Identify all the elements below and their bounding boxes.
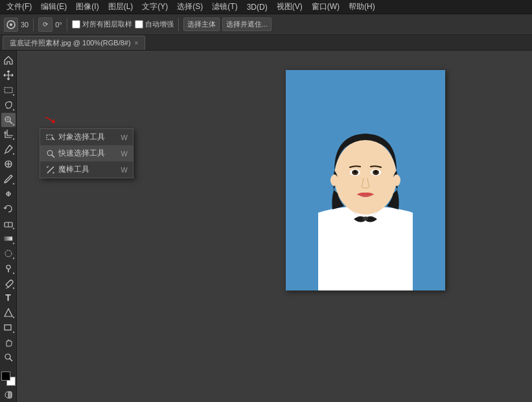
svg-rect-19 xyxy=(5,325,11,330)
shape-tool[interactable]: ▸ xyxy=(1,320,16,335)
blur-tool[interactable]: ▸ xyxy=(1,246,16,261)
photo-image xyxy=(286,70,445,290)
svg-point-15 xyxy=(5,250,12,257)
all-layers-checkbox[interactable] xyxy=(72,20,80,29)
quick-select-ctx-key: W xyxy=(121,150,128,158)
svg-line-21 xyxy=(10,359,12,361)
all-layers-label: 对所有图层取样 xyxy=(82,19,132,29)
tab-bar: 蓝底证件照素材.jpg @ 100%(RGB/8#) × xyxy=(0,35,532,51)
sep-1 xyxy=(33,18,34,31)
eraser-tool[interactable]: ▸ xyxy=(1,217,16,231)
person-svg xyxy=(286,70,445,290)
quick-select-ctx-label: 快速选择工具 xyxy=(58,148,119,159)
menu-view[interactable]: 视图(V) xyxy=(273,0,306,14)
brush-tool[interactable]: ▸ xyxy=(1,172,16,186)
object-select-icon xyxy=(45,132,56,143)
hand-tool[interactable] xyxy=(1,335,16,349)
quick-mask-tool[interactable] xyxy=(1,388,16,402)
menu-bar: 文件(F) 编辑(E) 图像(I) 图层(L) 文字(Y) 选择(S) 滤镜(T… xyxy=(0,0,532,14)
svg-line-7 xyxy=(5,152,6,154)
svg-rect-2 xyxy=(5,88,12,93)
svg-rect-14 xyxy=(5,237,12,241)
pen-tool[interactable]: ▸ xyxy=(1,276,16,290)
svg-point-39 xyxy=(354,171,356,173)
color-swatches[interactable] xyxy=(1,372,16,386)
svg-point-34 xyxy=(363,217,368,220)
object-select-label: 对象选择工具 xyxy=(58,132,119,143)
main-area: ▸ ▸ ▸ ▸ xyxy=(0,51,532,402)
svg-point-1 xyxy=(10,23,12,26)
angle-icon: ⟳ xyxy=(38,18,52,32)
svg-point-44 xyxy=(393,174,400,186)
object-select-key: W xyxy=(121,134,128,141)
menu-help[interactable]: 帮助(H) xyxy=(345,0,379,14)
options-toolbar: 30 ⟳ 0° 对所有图层取样 自动增强 选择主体 选择并遮住... xyxy=(0,14,532,35)
magic-wand-icon xyxy=(45,165,56,175)
angle-value: 0° xyxy=(55,21,62,29)
lasso-tool[interactable]: ▸ xyxy=(1,98,16,112)
type-tool[interactable]: T xyxy=(1,291,16,305)
svg-rect-23 xyxy=(8,392,12,398)
tab-label: 蓝底证件照素材.jpg @ 100%(RGB/8#) xyxy=(10,38,131,48)
svg-point-26 xyxy=(47,150,52,156)
gradient-tool[interactable]: ▸ xyxy=(1,231,16,246)
tab-close-icon[interactable]: × xyxy=(135,40,139,47)
svg-point-43 xyxy=(330,174,338,186)
enhance-group[interactable]: 自动增强 xyxy=(135,19,174,29)
menu-text[interactable]: 文字(Y) xyxy=(138,0,172,14)
svg-rect-24 xyxy=(47,135,52,139)
magic-wand-key: W xyxy=(121,166,128,174)
brush-size-icon xyxy=(4,18,18,32)
enhance-checkbox[interactable] xyxy=(135,20,143,29)
menu-3d[interactable]: 3D(D) xyxy=(243,1,272,13)
menu-select[interactable]: 选择(S) xyxy=(173,0,207,14)
menu-window[interactable]: 窗口(W) xyxy=(308,0,343,14)
history-brush-tool[interactable] xyxy=(1,202,16,216)
svg-line-18 xyxy=(6,287,8,289)
zoom-tool[interactable] xyxy=(1,350,16,364)
move-tool[interactable] xyxy=(1,68,16,82)
all-layers-group[interactable]: 对所有图层取样 xyxy=(72,19,132,29)
enhance-label: 自动增强 xyxy=(145,19,174,29)
marquee-tool[interactable]: ▸ xyxy=(1,83,16,97)
context-menu-item-magic-wand[interactable]: 魔棒工具 W xyxy=(40,161,133,178)
foreground-color-swatch[interactable] xyxy=(1,372,10,381)
svg-line-27 xyxy=(52,155,54,158)
context-menu-item-quick-select[interactable]: 快速选择工具 W xyxy=(40,145,133,161)
color-swatch-area xyxy=(1,369,16,386)
dodge-tool[interactable]: ▸ xyxy=(1,261,16,276)
magic-wand-label: 魔棒工具 xyxy=(58,164,119,175)
tab-photo[interactable]: 蓝底证件照素材.jpg @ 100%(RGB/8#) × xyxy=(3,36,145,50)
svg-point-16 xyxy=(6,265,10,269)
quick-select-ctx-icon xyxy=(45,148,56,159)
svg-point-42 xyxy=(375,171,377,173)
menu-edit[interactable]: 编辑(E) xyxy=(37,0,71,14)
eyedropper-tool[interactable]: ▸ xyxy=(1,142,16,156)
canvas-area: → → 对象选择工具 W xyxy=(17,51,532,402)
select-subject-button[interactable]: 选择主体 xyxy=(183,18,220,31)
tool-flyout-menu: 对象选择工具 W 快速选择工具 W xyxy=(40,128,133,178)
menu-image[interactable]: 图像(I) xyxy=(72,0,102,14)
clone-stamp-tool[interactable] xyxy=(1,187,16,201)
context-menu-item-object-select[interactable]: 对象选择工具 W xyxy=(40,129,133,145)
home-tool[interactable] xyxy=(1,53,16,67)
brush-size-value: 30 xyxy=(21,21,29,29)
path-select-tool[interactable]: ▸ xyxy=(1,305,16,320)
svg-point-20 xyxy=(5,354,10,359)
svg-line-4 xyxy=(10,121,12,124)
left-toolbar: ▸ ▸ ▸ ▸ xyxy=(0,51,17,402)
svg-point-36 xyxy=(334,139,397,215)
crop-tool[interactable]: ▸ xyxy=(1,128,16,142)
healing-tool[interactable] xyxy=(1,157,16,171)
svg-line-28 xyxy=(47,167,54,173)
sep-3 xyxy=(178,18,179,31)
menu-file[interactable]: 文件(F) xyxy=(3,0,36,14)
select-refine-button[interactable]: 选择并遮住... xyxy=(222,18,272,31)
menu-layer[interactable]: 图层(L) xyxy=(104,0,137,14)
quick-select-tool[interactable]: ▸ xyxy=(1,113,16,127)
menu-filter[interactable]: 滤镜(T) xyxy=(208,0,241,14)
sep-2 xyxy=(67,18,67,31)
